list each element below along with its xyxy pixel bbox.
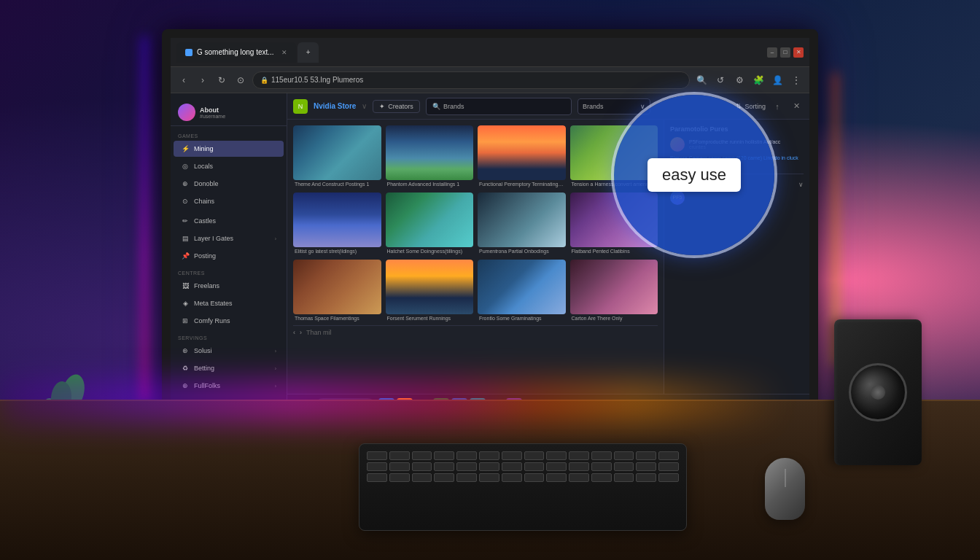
posting-icon: 📌 xyxy=(181,252,190,260)
comfy-runs-icon: ⊞ xyxy=(181,316,190,325)
sidebar-item-castles[interactable]: ✏ Castles xyxy=(174,213,284,229)
url-text: 115eur10.5 53.Ing Plumeros xyxy=(271,76,363,84)
panel-expand-icon[interactable]: ∨ xyxy=(798,181,804,188)
tab-favicon xyxy=(185,49,192,56)
sidebar-item-solusi[interactable]: ⊛ Solusi › xyxy=(174,343,284,359)
key-6 xyxy=(479,451,499,460)
key-25 xyxy=(591,462,612,471)
key-35 xyxy=(502,473,522,482)
tab-label: G something long text... xyxy=(197,48,274,56)
sidebar-item-comfy-runs[interactable]: ⊞ Comfy Runs xyxy=(174,313,284,329)
mouse xyxy=(765,458,805,520)
image-thumb-5 xyxy=(293,192,381,247)
image-item-2[interactable]: Phantom Advanced Installings 1 xyxy=(386,125,474,188)
image-item-7[interactable]: Pumentrona Partial Onbodings xyxy=(478,192,566,255)
image-grid-container[interactable]: Theme And Construct Postings 1 Phantom A… xyxy=(287,120,664,394)
sidebar-item-locals[interactable]: ◎ Locals xyxy=(174,158,284,174)
sidebar-item-meta-estates[interactable]: ◈ Meta Estates xyxy=(174,295,284,311)
key-11 xyxy=(591,451,612,460)
image-item-3[interactable]: Functional Peremptory Terminatings 1 xyxy=(478,125,566,188)
key-23 xyxy=(546,462,567,471)
home-button[interactable]: ⊙ xyxy=(233,73,248,88)
image-item-10[interactable]: Forsent Serument Runnings xyxy=(386,260,474,322)
sidebar-label-betting: Betting xyxy=(194,365,214,372)
betting-arrow-icon: › xyxy=(275,366,276,371)
sidebar-item-freelans[interactable]: 🖼 Freelans xyxy=(174,278,284,294)
image-thumb-9 xyxy=(293,260,381,314)
search-nav-icon[interactable]: 🔍 xyxy=(694,73,709,88)
sidebar-item-mining[interactable]: ⚡ Mining xyxy=(174,141,284,157)
reload-button[interactable]: ↻ xyxy=(214,73,229,88)
image-item-5[interactable]: Elitist go latest stret(ildings) xyxy=(293,192,381,255)
key-17 xyxy=(412,462,432,471)
settings-icon[interactable]: ⚙ xyxy=(732,73,747,88)
key-7 xyxy=(502,451,522,460)
close-button[interactable]: ✕ xyxy=(793,47,804,58)
menu-icon[interactable]: ⋮ xyxy=(789,73,804,88)
easy-use-button[interactable]: easy use xyxy=(648,158,741,192)
key-12 xyxy=(614,451,634,460)
key-36 xyxy=(524,473,545,482)
search-bar[interactable]: 🔍 Brands xyxy=(426,98,572,115)
secure-icon: 🔒 xyxy=(260,77,268,84)
key-18 xyxy=(434,462,454,471)
next-icon[interactable]: › xyxy=(300,329,302,336)
image-item-12[interactable]: Carton Are There Only xyxy=(570,260,658,322)
sidebar-item-betting[interactable]: ♻ Betting › xyxy=(174,360,284,376)
sidebar-item-layer-gates[interactable]: ▤ Layer I Gates › xyxy=(174,230,284,246)
toolbar-right-area: ⇅ Sorting ↑ ✕ xyxy=(736,99,804,114)
panel-close-button[interactable]: ✕ xyxy=(789,99,804,114)
keyboard-keys xyxy=(359,444,686,489)
sidebar-label-donoble: Donoble xyxy=(194,180,219,187)
dropdown-chevron-icon: ∨ xyxy=(640,103,645,110)
minimize-button[interactable]: – xyxy=(767,47,777,58)
sidebar-label-layer-gates: Layer I Gates xyxy=(194,235,233,242)
upload-button[interactable]: ↑ xyxy=(770,99,785,114)
extensions-icon[interactable]: 🧩 xyxy=(751,73,766,88)
tab-close-icon[interactable]: ✕ xyxy=(281,49,287,56)
image-item-6[interactable]: Hatchet Some Doingness(tillings) xyxy=(386,192,474,255)
image-thumb-11 xyxy=(478,260,566,314)
key-16 xyxy=(389,462,410,471)
sidebar-item-donoble[interactable]: ⊕ Donoble xyxy=(174,176,284,192)
image-label-9: Thomas Space Filamentings xyxy=(293,314,381,322)
browser-chrome: G something long text... ✕ + – □ ✕ xyxy=(171,38,809,67)
key-39 xyxy=(591,473,612,482)
image-label-11: Frontlo Some Graminatings xyxy=(478,314,566,322)
brands-dropdown[interactable]: Brands ∨ xyxy=(578,98,650,114)
image-thumb-1 xyxy=(293,125,381,180)
browser-tab-active[interactable]: G something long text... ✕ xyxy=(176,42,296,63)
image-label-12: Carton Are There Only xyxy=(570,314,658,322)
image-item-9[interactable]: Thomas Space Filamentings xyxy=(293,260,381,322)
image-label-7: Pumentrona Partial Onbodings xyxy=(478,247,566,255)
back-button[interactable]: ‹ xyxy=(176,73,191,88)
forward-button[interactable]: › xyxy=(195,73,210,88)
sorting-label: Sorting xyxy=(744,103,766,110)
brand-chevron-icon: ∨ xyxy=(362,102,367,110)
search-icon: 🔍 xyxy=(432,103,440,110)
image-thumb-2 xyxy=(386,125,474,180)
sidebar-label-posting: Posting xyxy=(194,252,216,260)
browser-tab-new[interactable]: + xyxy=(298,42,319,63)
prev-icon[interactable]: ‹ xyxy=(293,329,295,336)
image-label-2: Phantom Advanced Installings 1 xyxy=(386,180,474,188)
key-28 xyxy=(658,462,679,471)
maximize-button[interactable]: □ xyxy=(780,47,790,58)
key-41 xyxy=(636,473,656,482)
profile-icon[interactable]: 👤 xyxy=(770,73,785,88)
image-item-1[interactable]: Theme And Construct Postings 1 xyxy=(293,125,381,188)
image-item-11[interactable]: Frontlo Some Graminatings xyxy=(478,260,566,322)
image-thumb-12 xyxy=(570,260,658,314)
sidebar-item-posting[interactable]: 📌 Posting xyxy=(174,248,284,264)
key-38 xyxy=(569,473,589,482)
key-30 xyxy=(389,473,410,482)
creators-icon: ✦ xyxy=(379,103,385,110)
locals-icon: ◎ xyxy=(181,162,190,171)
sidebar-item-chains[interactable]: ⊙ Chains xyxy=(174,193,284,209)
key-32 xyxy=(434,473,454,482)
key-26 xyxy=(614,462,634,471)
speaker-cone xyxy=(849,363,907,421)
refresh-icon[interactable]: ↺ xyxy=(713,73,728,88)
address-bar[interactable]: 🔒 115eur10.5 53.Ing Plumeros xyxy=(252,71,690,89)
creators-button[interactable]: ✦ Creators xyxy=(373,100,420,113)
